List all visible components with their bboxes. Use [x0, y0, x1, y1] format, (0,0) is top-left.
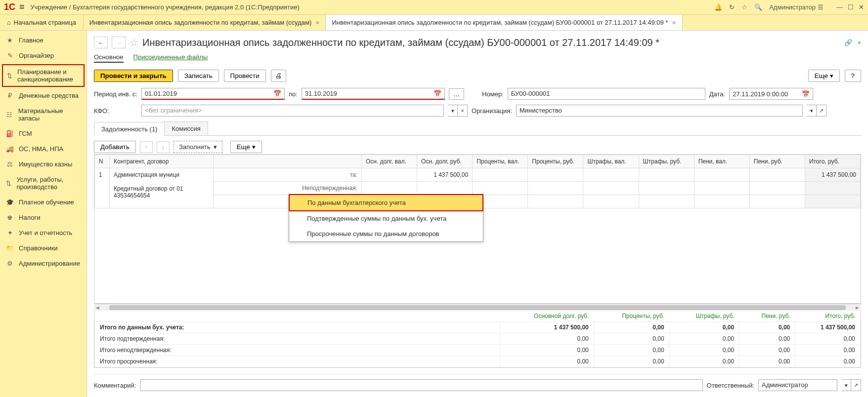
col-peni-val[interactable]: Пени, вал.: [694, 155, 749, 168]
col-osn-dolg-rub[interactable]: Осн. долг, руб.: [417, 155, 473, 168]
dropdown-icon[interactable]: ▾: [807, 105, 817, 117]
period-from-input[interactable]: 01.01.2019 📅: [141, 88, 285, 100]
star-icon[interactable]: ☆: [741, 3, 747, 11]
subtab-main[interactable]: Основное: [94, 53, 124, 63]
move-down-button[interactable]: ↓: [157, 141, 170, 153]
totals-cell: 0,00: [739, 322, 795, 333]
comment-label: Комментарий:: [94, 382, 136, 389]
table-more-button[interactable]: Еще ▾: [230, 141, 262, 153]
sidebar-item-treasury[interactable]: ⚖Имущество казны: [0, 157, 87, 172]
close-doc-icon[interactable]: ×: [857, 39, 861, 46]
dropdown-item-confirmed[interactable]: Подтвержденные суммы по данным бух. учет…: [289, 211, 483, 226]
print-button[interactable]: 🖨: [271, 70, 286, 82]
move-up-button[interactable]: ↑: [140, 141, 153, 153]
sidebar-item-organizer[interactable]: ✎Органайзер: [0, 48, 87, 63]
col-peni-rub[interactable]: Пени, руб.: [749, 155, 805, 168]
totals-row-label: Итого по данным бух. учета:: [95, 322, 500, 333]
maximize-icon[interactable]: ☐: [848, 3, 854, 11]
nav-back-button[interactable]: ←: [94, 37, 108, 48]
totals-cell: 0,00: [669, 356, 739, 367]
help-button[interactable]: ?: [845, 70, 861, 82]
col-osn-dolg-val[interactable]: Осн. долг, вал.: [362, 155, 417, 168]
dropdown-item-overdue[interactable]: Просроченные суммы по данным договоров: [289, 226, 483, 241]
responsible-input[interactable]: Администратор: [758, 379, 837, 391]
open-icon[interactable]: ↗: [817, 105, 826, 117]
totals-cell: 0,00: [594, 322, 669, 333]
favorite-star-icon[interactable]: ☆: [130, 37, 138, 48]
scroll-left-icon[interactable]: ◂: [94, 304, 101, 311]
clear-icon[interactable]: ×: [458, 105, 468, 117]
tab-document-active[interactable]: Инвентаризационная опись задолженности п…: [326, 15, 682, 30]
search-icon[interactable]: 🔍: [754, 3, 762, 11]
sidebar-item-admin[interactable]: ⚙Администрирование: [0, 256, 87, 271]
date-input[interactable]: 27.11.2019 0:00:00 📅: [729, 88, 813, 100]
col-shtrafy-val[interactable]: Штрафы, вал.: [583, 155, 639, 168]
col-blank: [214, 155, 362, 168]
nav-forward-button[interactable]: →: [112, 37, 126, 48]
horizontal-scrollbar[interactable]: ◂ ▸: [94, 304, 861, 311]
calendar-icon[interactable]: 📅: [802, 90, 810, 98]
col-procenty-rub[interactable]: Проценты, руб.: [528, 155, 583, 168]
tab-debt[interactable]: Задолженность (1): [94, 122, 165, 136]
kfo-input[interactable]: <без ограничения>: [141, 105, 444, 117]
post-button[interactable]: Провести: [224, 70, 266, 82]
calendar-icon[interactable]: 📅: [273, 90, 281, 97]
close-icon[interactable]: ✕: [859, 3, 864, 11]
tab-close-icon[interactable]: ×: [315, 19, 319, 27]
calendar-icon[interactable]: 📅: [434, 90, 441, 97]
col-n[interactable]: N: [95, 155, 110, 168]
col-shtrafy-rub[interactable]: Штрафы, руб.: [639, 155, 694, 168]
fuel-icon: ⛽: [6, 130, 14, 137]
sidebar-item-gsm[interactable]: ⛽ГСМ: [0, 126, 87, 141]
tab-close-icon[interactable]: ×: [672, 19, 676, 27]
folder-icon: 📁: [6, 244, 14, 252]
history-icon[interactable]: ↻: [729, 3, 735, 11]
date-label: Дата:: [709, 90, 725, 98]
number-input[interactable]: БУ00-000001: [508, 88, 705, 100]
period-picker-button[interactable]: …: [449, 88, 464, 100]
sidebar-item-taxes[interactable]: ♚Налоги: [0, 210, 87, 225]
totals-row: Итого по данным бух. учета:1 437 500,000…: [95, 322, 861, 333]
col-itogo-rub[interactable]: Итого, руб.: [805, 155, 860, 168]
org-input[interactable]: Министерство: [516, 105, 803, 117]
dropdown-item-accounting[interactable]: По данным бухгалтерского учета: [289, 194, 483, 211]
col-procenty-val[interactable]: Проценты, вал.: [473, 155, 528, 168]
fill-button[interactable]: Заполнить ▾: [174, 141, 222, 153]
user-menu[interactable]: Администратор ☰: [769, 3, 824, 11]
comment-input[interactable]: [140, 379, 703, 391]
add-button[interactable]: Добавить: [94, 141, 136, 153]
dropdown-icon[interactable]: ▾: [448, 105, 458, 117]
sidebar-item-services[interactable]: ⇅Услуги, работы, производство: [0, 172, 87, 195]
scroll-right-icon[interactable]: ▸: [854, 304, 861, 311]
more-button[interactable]: Еще ▾: [808, 70, 840, 82]
open-icon[interactable]: ↗: [851, 379, 861, 391]
subtab-files[interactable]: Присоединенные файлы: [133, 53, 208, 63]
totals-cell: 1 437 500,00: [500, 322, 594, 333]
totals-col-procenty: Проценты, руб.: [594, 311, 669, 322]
write-button[interactable]: Записать: [178, 70, 219, 82]
period-to-label: по:: [289, 90, 298, 98]
totals-cell: 0,00: [739, 345, 795, 356]
minimize-icon[interactable]: —: [836, 3, 843, 11]
home-tab[interactable]: ⌂ Начальная страница: [0, 15, 84, 30]
sidebar-item-education[interactable]: 🎓Платное обучение: [0, 195, 87, 210]
tab-document-list[interactable]: Инвентаризационная опись задолженности п…: [84, 15, 326, 30]
link-icon[interactable]: 🔗: [844, 39, 852, 46]
sidebar-item-materials[interactable]: ☷Материальные запасы: [0, 103, 87, 126]
sidebar-item-os[interactable]: 🚚ОС, НМА, НПА: [0, 141, 87, 157]
post-close-button[interactable]: Провести и закрыть: [94, 70, 173, 82]
bell-icon[interactable]: 🔔: [714, 3, 722, 11]
col-contragent[interactable]: Контрагент, договор: [110, 155, 214, 168]
sidebar-item-planning[interactable]: ⇅Планирование и санкционирование: [2, 64, 85, 87]
sidebar-item-cash[interactable]: ₽Денежные средства: [0, 88, 87, 103]
table-row[interactable]: 1 Администрация муници Кредитный договор…: [95, 168, 861, 182]
period-to-input[interactable]: 31.10.2019 📅: [302, 88, 445, 100]
sidebar-item-accounting[interactable]: ✦Учет и отчетность: [0, 225, 87, 240]
sidebar-item-main[interactable]: ★Главное: [0, 33, 87, 48]
sidebar-item-catalogs[interactable]: 📁Справочники: [0, 240, 87, 256]
hamburger-icon[interactable]: ≡: [19, 2, 25, 12]
totals-cell: 0,00: [594, 345, 669, 356]
truck-icon: 🚚: [6, 145, 14, 153]
dropdown-icon[interactable]: ▾: [841, 379, 851, 391]
tab-commission[interactable]: Комиссия: [164, 121, 208, 135]
